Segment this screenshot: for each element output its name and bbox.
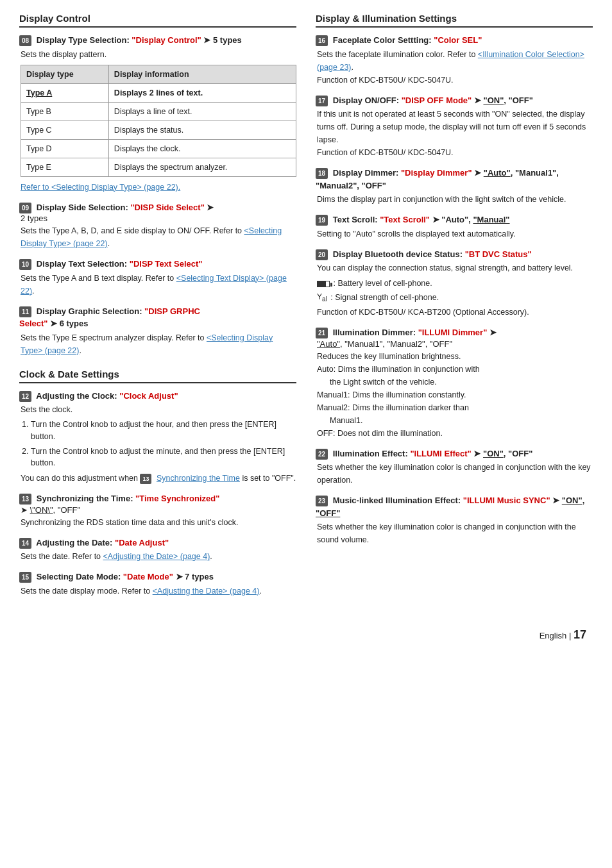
item-21-arrow: ➤ (487, 328, 497, 337)
item-15: 15 Selecting Date Mode: "Date Mode" ➤ 7 … (19, 571, 296, 597)
item-08-header: 08 Display Type Selection: "Display Cont… (19, 34, 296, 47)
item-23-header: 23 Music-linked Illumination Effect: "IL… (316, 494, 593, 519)
item-14-highlight: "Date Adjust" (115, 538, 169, 547)
item-10-header: 10 Display Text Selection: "DISP Text Se… (19, 258, 296, 271)
item-12-note: You can do this adjustment when 13 Synch… (21, 472, 296, 485)
item-08-label: Display Type Selection: (37, 35, 132, 45)
type-e-label: Type E (21, 158, 109, 176)
item-17-on: "ON" (483, 96, 504, 105)
item-13-body: Synchronizing the RDS station time data … (19, 516, 296, 529)
item-18-header: 18 Display Dimmer: "Display Dimmer" ➤ "A… (316, 167, 593, 192)
item-10-ref[interactable]: <Selecting Text Display> (page 22) (21, 274, 287, 296)
item-15-body: Sets the date display mode. Refer to <Ad… (19, 585, 296, 597)
item-14-number: 14 (19, 538, 31, 549)
item-08-after: 5 types (213, 35, 242, 45)
clock-date-section: Clock & Date Settings 12 Adjusting the C… (19, 369, 296, 597)
item-12-sets: Sets the clock. (21, 403, 296, 416)
item-20-function: Function of KDC-BT50U/ KCA-BT200 (Option… (317, 306, 593, 319)
item-08-body: Sets the display pattern. Display type D… (19, 48, 296, 194)
item-17-arrow: ➤ (472, 96, 483, 105)
item-14-header: 14 Adjusting the Date: "Date Adjust" (19, 537, 296, 549)
item-09: 09 Display Side Selection: "DISP Side Se… (19, 201, 296, 251)
item-19-number: 19 (316, 215, 328, 226)
item-23-number: 23 (316, 496, 328, 506)
battery-icon (317, 281, 330, 287)
item-22-label: Illumination Effect: (333, 449, 411, 458)
item-21-reduces: Reduces the key Illumination brightness. (317, 350, 593, 363)
item-18: 18 Display Dimmer: "Display Dimmer" ➤ "A… (316, 167, 593, 206)
left-column: Display Control 08 Display Type Selectio… (19, 13, 296, 609)
item-16-ref[interactable]: <Illumination Color Selection> (page 23) (317, 50, 584, 72)
display-control-section: Display Control 08 Display Type Selectio… (19, 13, 296, 357)
item-15-label: Selecting Date Mode: (37, 572, 123, 581)
type-a-desc: Displays 2 lines of text. (108, 83, 296, 102)
type-c-desc: Displays the status. (108, 121, 296, 139)
item-11-ref[interactable]: <Selecting Display Type> (page 22) (21, 333, 273, 355)
item-20-battery: : Battery level of cell-phone. (317, 277, 593, 290)
footer-page: 17 (574, 628, 586, 641)
item-14-label: Adjusting the Date: (36, 538, 115, 547)
item-21-off: OFF: Does not dim the illumination. (317, 427, 593, 440)
item-08-ref[interactable]: Refer to <Selecting Display Type> (page … (21, 183, 180, 192)
item-16-body: Sets the faceplate illumination color. R… (316, 48, 593, 87)
col-header-type: Display type (21, 65, 109, 83)
item-09-label: Display Side Selection: (37, 203, 131, 212)
type-d-desc: Displays the clock. (108, 139, 296, 158)
display-control-title: Display Control (19, 13, 296, 28)
item-23: 23 Music-linked Illumination Effect: "IL… (316, 494, 593, 546)
item-21-header: 21 Illumination Dimmer: "ILLUMI Dimmer" … (316, 326, 593, 339)
item-13-number: 13 (19, 494, 31, 505)
item-14-body: Sets the date. Refer to <Adjusting the D… (19, 550, 296, 563)
item-10-highlight: "DISP Text Select" (130, 259, 203, 269)
item-21-label: Illumination Dimmer: (333, 328, 418, 337)
item-22-number: 22 (316, 449, 328, 460)
item-18-highlight: "Display Dimmer" (401, 168, 472, 178)
item-09-ref[interactable]: <Selecting Display Type> (page 22) (21, 226, 282, 248)
item-13-label: Synchronizing the Time: (37, 494, 135, 503)
item-18-number: 18 (316, 168, 328, 179)
item-15-number: 15 (19, 572, 31, 583)
item-08-highlight: "Display Control" (132, 35, 201, 45)
item-17-label: Display ON/OFF: (333, 96, 402, 105)
item-21-manual1: Manual1: Dims the illumination constantl… (317, 388, 593, 401)
type-d-label: Type D (21, 139, 109, 158)
item-22-body: Sets whether the key illumination color … (316, 461, 593, 487)
item-11-arrow: ➤ 6 types (47, 319, 88, 328)
item-23-arrow: ➤ (550, 496, 562, 505)
type-a-label: Type A (21, 83, 109, 102)
item-20: 20 Display Bluetooth device Status: "BT … (316, 248, 593, 319)
item-09-highlight: "DISP Side Select" (130, 203, 204, 212)
item-08-arrow: ➤ (201, 35, 213, 45)
item-16-header: 16 Faceplate Color Settting: "Color SEL" (316, 34, 593, 47)
item-17-highlight: "DISP OFF Mode" (402, 96, 472, 105)
item-21-manual2: Manual2: Dims the illumination darker th… (317, 401, 593, 414)
item-20-number: 20 (316, 249, 328, 260)
item-17: 17 Display ON/OFF: "DISP OFF Mode" ➤ "ON… (316, 94, 593, 160)
item-20-desc: You can display the connection status, s… (317, 262, 593, 274)
item-17-off: , "OFF" (504, 96, 533, 105)
item-14-ref[interactable]: <Adjusting the Date> (page 4) (103, 552, 210, 561)
item-12-header: 12 Adjusting the Clock: "Clock Adjust" (19, 390, 296, 403)
item-20-label: Display Bluetooth device Status: (333, 249, 465, 259)
item-10-number: 10 (19, 259, 31, 270)
type-b-desc: Displays a line of text. (108, 102, 296, 121)
item-13-header: 13 Synchronizing the Time: "Time Synchro… (19, 492, 296, 505)
item-23-highlight: "ILLUMI Music SYNC" (463, 496, 550, 505)
item-21-body: Reduces the key Illumination brightness.… (316, 350, 593, 440)
item-18-label: Display Dimmer: (333, 168, 401, 178)
item-12-sync-link[interactable]: Synchronizing the Time (157, 474, 240, 483)
item-09-arrow: ➤ (205, 203, 214, 212)
display-illumination-section: Display & Illumination Settings 16 Facep… (316, 13, 593, 546)
item-18-arrow: ➤ (472, 168, 484, 178)
item-13: 13 Synchronizing the Time: "Time Synchro… (19, 492, 296, 529)
item-09-body: Sets the Type A, B, D, and E side displa… (19, 224, 296, 250)
item-11-number: 11 (19, 306, 31, 317)
table-row: Type A Displays 2 lines of text. (21, 83, 296, 102)
item-22-off: , "OFF" (504, 449, 533, 458)
item-21-highlight: "ILLUMI Dimmer" (418, 328, 488, 337)
item-20-battery-label: : Battery level of cell-phone. (333, 279, 432, 288)
item-11-header: 11 Display Graphic Selection: "DISP GRPH… (19, 305, 296, 330)
item-15-ref[interactable]: <Adjusting the Date> (page 4) (153, 587, 260, 596)
item-14: 14 Adjusting the Date: "Date Adjust" Set… (19, 537, 296, 563)
right-column: Display & Illumination Settings 16 Facep… (316, 13, 593, 609)
